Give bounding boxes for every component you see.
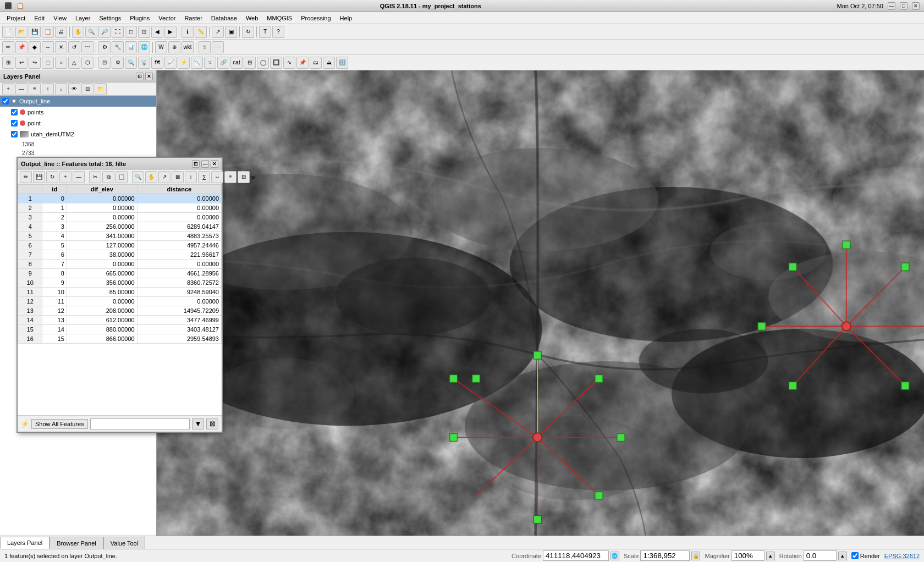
tb3-plugin11[interactable]: ⊟ (244, 57, 256, 69)
filter-clear-btn[interactable]: ⊠ (206, 418, 218, 429)
layer-vis-btn[interactable]: 👁 (68, 83, 80, 95)
tb3-btn3[interactable]: ◌ (42, 57, 54, 69)
scale-input[interactable] (640, 550, 690, 561)
menu-layer[interactable]: Layer (71, 14, 95, 23)
tb3-plugin8[interactable]: ≈ (204, 57, 216, 69)
attr-refresh-btn[interactable]: ↻ (46, 171, 58, 183)
attr-invert-btn[interactable]: ↕ (185, 171, 197, 183)
tb3-plugin15[interactable]: 📌 (296, 57, 309, 69)
menu-settings[interactable]: Settings (95, 14, 125, 23)
layers-panel-close-btn[interactable]: ✕ (145, 73, 153, 80)
zoom-selection-btn[interactable]: ⊡ (138, 26, 150, 38)
zoom-prev-btn[interactable]: ◀ (151, 26, 163, 38)
layer-group-output-line[interactable]: ▼ Output_line (0, 96, 156, 107)
table-row[interactable]: 320.000000.00000 (18, 213, 222, 222)
tb3-plugin7[interactable]: 📉 (191, 57, 203, 69)
layer-up-btn[interactable]: ↑ (42, 83, 54, 95)
refresh-btn[interactable]: ↻ (242, 26, 254, 38)
rotation-up-btn[interactable]: ▲ (838, 552, 847, 560)
table-row[interactable]: 65127.000004957.24446 (18, 241, 222, 250)
table-row[interactable]: 111085.000009248.59040 (18, 288, 222, 297)
map-area[interactable]: output (157, 70, 924, 536)
tb3-plugin16[interactable]: 🗂 (310, 57, 322, 69)
zoom-full-btn[interactable]: ⛶ (112, 26, 124, 38)
scale-lock-btn[interactable]: 🔒 (691, 552, 700, 560)
attr-delete-btn[interactable]: — (73, 171, 85, 183)
tb3-plugin14[interactable]: ∿ (283, 57, 295, 69)
table-row[interactable]: 98665.000004661.28956 (18, 269, 222, 278)
select-rect-btn[interactable]: ▣ (225, 26, 237, 38)
filter-input[interactable] (90, 418, 190, 429)
zoom-layer-btn[interactable]: □ (125, 26, 137, 38)
menu-help[interactable]: Help (336, 14, 357, 23)
layer-group-btn[interactable]: 📁 (95, 83, 107, 95)
label-btn[interactable]: T (259, 26, 271, 38)
help-btn[interactable]: ? (272, 26, 284, 38)
redo-btn[interactable]: ↪ (29, 57, 41, 69)
menu-plugins[interactable]: Plugins (125, 14, 154, 23)
table-row[interactable]: 109356.000008360.72572 (18, 278, 222, 288)
tb3-plugin4[interactable]: 🗺 (151, 57, 163, 69)
col-distance[interactable]: distance (137, 185, 221, 194)
table-row[interactable]: 1312208.0000014945.72209 (18, 306, 222, 316)
tb3-plugin10[interactable]: cat (230, 57, 243, 69)
magnifier-input[interactable] (732, 550, 765, 561)
save-project-btn[interactable]: 💾 (29, 26, 41, 38)
table-row[interactable]: 7638.00000221.96617 (18, 250, 222, 260)
attr-panel-header[interactable]: Output_line :: Features total: 16, filte… (18, 158, 222, 170)
menu-view[interactable]: View (49, 14, 71, 23)
add-layer-btn[interactable]: + (2, 83, 14, 95)
open-attr-btn[interactable]: ≡ (29, 83, 41, 95)
menu-vector[interactable]: Vector (154, 14, 180, 23)
wfs-btn[interactable]: ⊕ (168, 41, 180, 53)
attr-organize-btn[interactable]: ≡ (224, 171, 237, 183)
menu-raster[interactable]: Raster (180, 14, 206, 23)
rotation-input[interactable] (804, 550, 837, 561)
tb3-plugin6[interactable]: ⚡ (178, 57, 190, 69)
tb3-btn7[interactable]: ⊡ (98, 57, 111, 69)
field-btn[interactable]: ≡ (199, 41, 211, 53)
tb3-plugin13[interactable]: 🔲 (270, 57, 282, 69)
tab-browser-panel[interactable]: Browser Panel (50, 537, 103, 549)
window-close[interactable]: ✕ (912, 2, 920, 10)
node-btn[interactable]: ◆ (29, 41, 41, 53)
col-id[interactable]: id (42, 185, 67, 194)
tb3-plugin9[interactable]: 🔗 (217, 57, 229, 69)
tab-value-tool[interactable]: Value Tool (103, 537, 145, 549)
delete-btn[interactable]: ✕ (55, 41, 67, 53)
remove-layer-btn[interactable]: — (15, 83, 28, 95)
attr-panel-btn1[interactable]: ⊡ (192, 160, 200, 168)
attr-panel-close-btn[interactable]: ✕ (211, 160, 218, 168)
show-all-features-btn[interactable]: Show All Features (31, 419, 88, 429)
zoom-in-btn[interactable]: 🔍 (85, 26, 97, 38)
table-row[interactable]: 43256.000006289.04147 (18, 222, 222, 232)
layer-item-points[interactable]: points (0, 107, 156, 118)
coordinate-input[interactable] (543, 550, 609, 561)
layer-dem-checkbox[interactable] (11, 131, 18, 137)
attr-cut-btn[interactable]: ✂ (89, 171, 101, 183)
table-row[interactable]: 100.000000.00000 (18, 194, 222, 203)
tb3-plugin12[interactable]: ◯ (257, 57, 269, 69)
attr-select-btn[interactable]: ↗ (158, 171, 170, 183)
table-row[interactable]: 210.000000.00000 (18, 203, 222, 213)
attr-move-btn[interactable]: ↔ (211, 171, 223, 183)
attr-deselect-btn[interactable]: ⊠ (172, 171, 184, 183)
zoom-out-btn[interactable]: 🔎 (98, 26, 111, 38)
window-minimize[interactable]: — (888, 2, 895, 10)
attr-edit-btn[interactable]: ✏ (20, 171, 32, 183)
menu-edit[interactable]: Edit (30, 14, 49, 23)
open-project-btn[interactable]: 📂 (15, 26, 28, 38)
tb3-plugin1[interactable]: ⚙ (112, 57, 124, 69)
table-row[interactable]: 870.000000.00000 (18, 260, 222, 269)
layer-dn-btn[interactable]: ↓ (55, 83, 67, 95)
digitize-btn[interactable]: 📌 (15, 41, 28, 53)
attr-save-btn[interactable]: 💾 (33, 171, 45, 183)
wms-btn[interactable]: W (155, 41, 167, 53)
menu-web[interactable]: Web (241, 14, 262, 23)
attr-add-btn[interactable]: + (59, 171, 72, 183)
menu-project[interactable]: Project (2, 14, 30, 23)
tb3-plugin3[interactable]: 📡 (138, 57, 150, 69)
menu-database[interactable]: Database (207, 14, 241, 23)
attr-copy-btn[interactable]: ⧉ (102, 171, 114, 183)
simplify-btn[interactable]: 〰 (81, 41, 94, 53)
